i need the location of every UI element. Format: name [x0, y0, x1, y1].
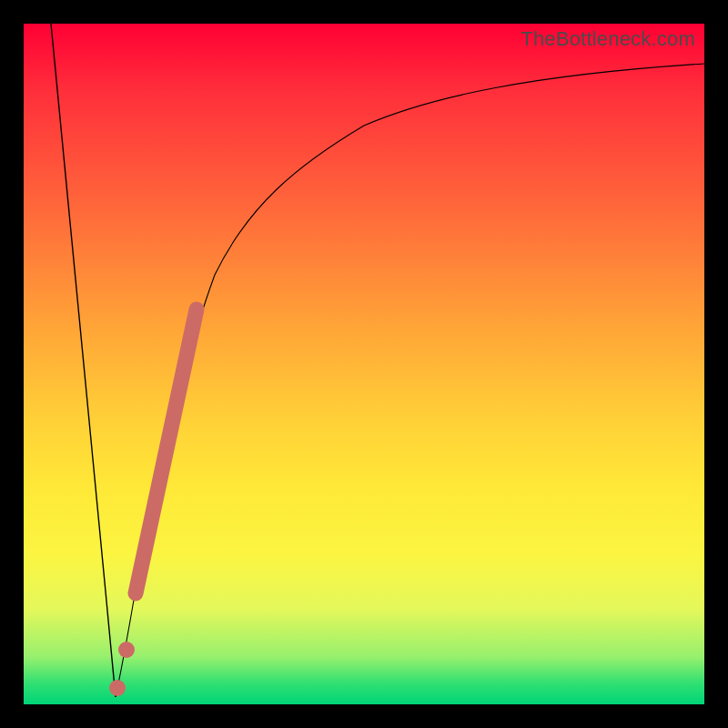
right-branch-line [116, 64, 704, 697]
left-branch-line [51, 24, 116, 697]
highlight-dot-lower [109, 680, 126, 696]
highlight-band [136, 309, 197, 593]
plot-area: TheBottleneck.com [24, 24, 704, 704]
chart-frame: TheBottleneck.com [0, 0, 728, 728]
highlight-dot-upper [118, 642, 135, 658]
curve-layer [24, 24, 704, 704]
